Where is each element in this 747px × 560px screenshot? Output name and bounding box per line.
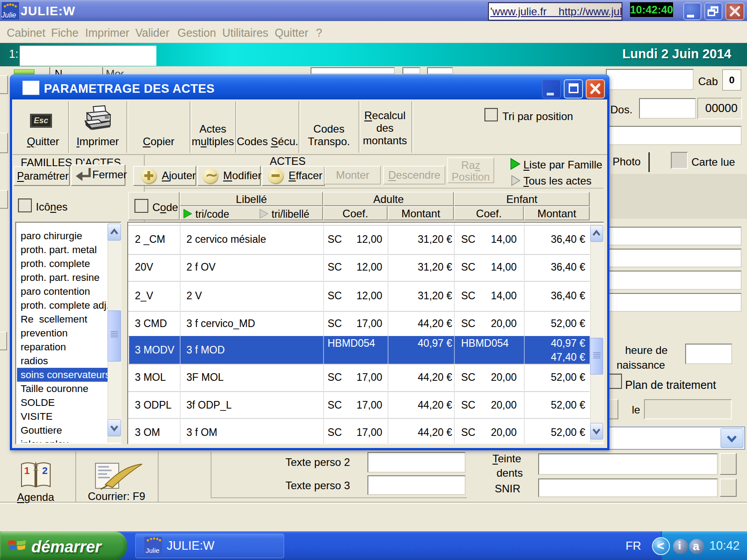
svg-text:Julie: Julie [1, 11, 16, 19]
svg-text:2: 2 [42, 465, 47, 476]
svg-text:1: 1 [24, 465, 30, 476]
svg-text:Julie: Julie [146, 547, 160, 554]
